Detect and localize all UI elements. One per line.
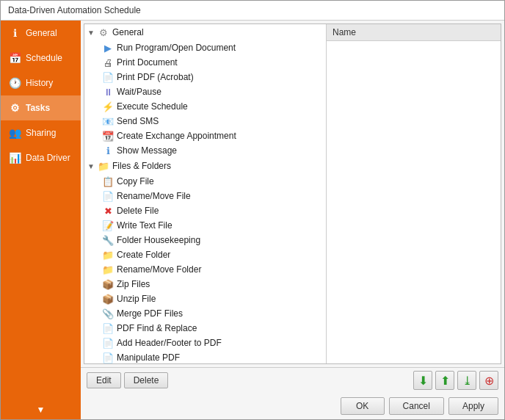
folder-house-label: Folder Housekeeping: [117, 235, 200, 245]
expand-general-arrow: ▼: [87, 29, 95, 37]
bottom-toolbar: Edit Delete ⬇ ⬆ ⤓ ⊕: [81, 367, 504, 393]
zip-icon: 📦: [102, 278, 114, 290]
sidebar-scroll-down[interactable]: ▼: [1, 400, 81, 419]
history-icon: 🕐: [8, 76, 21, 90]
sidebar-item-history[interactable]: 🕐 History: [1, 70, 81, 95]
datadriver-icon: 📊: [8, 151, 21, 164]
sidebar-spacer: [1, 170, 81, 400]
run-program-label: Run Program/Open Document: [117, 43, 236, 53]
sidebar-item-datadriver[interactable]: 📊 Data Driver: [1, 145, 81, 170]
tree-item-wait[interactable]: ⏸ Wait/Pause: [84, 84, 326, 99]
execute-label: Execute Schedule: [117, 101, 188, 112]
content-area: ℹ General 📅 Schedule 🕐 History ⚙ Tasks 👥…: [1, 21, 504, 419]
tree-item-merge-pdf[interactable]: 📎 Merge PDF Files: [84, 306, 326, 321]
show-message-label: Show Message: [117, 145, 177, 156]
unzip-icon: 📦: [102, 293, 114, 305]
sms-label: Send SMS: [117, 116, 159, 126]
merge-pdf-label: Merge PDF Files: [117, 308, 183, 319]
delete-button[interactable]: Delete: [124, 372, 169, 388]
tree-item-sms[interactable]: 📧 Send SMS: [84, 114, 326, 128]
tree-item-print-doc[interactable]: 🖨 Print Document: [84, 55, 326, 70]
tree-section-files[interactable]: ▼ 📁 Files & Folders: [84, 158, 326, 174]
add-header-label: Add Header/Footer to PDF: [117, 338, 222, 348]
run-program-icon: ▶: [102, 42, 114, 54]
rename-folder-icon: 📁: [102, 264, 114, 275]
print-doc-icon: 🖨: [102, 57, 114, 68]
tree-scroll[interactable]: ▼ ⚙ General ▶ Run Program/Open Document …: [84, 24, 326, 363]
merge-pdf-icon: 📎: [102, 308, 114, 319]
tree-item-copy[interactable]: 📋 Copy File: [84, 174, 326, 189]
download-button[interactable]: ⤓: [457, 371, 476, 390]
unzip-label: Unzip File: [117, 294, 156, 304]
right-panel: Name: [327, 24, 501, 363]
ok-button[interactable]: OK: [341, 397, 385, 415]
tree-item-pdf-find[interactable]: 📄 PDF Find & Replace: [84, 321, 326, 336]
delete-label: Delete File: [117, 206, 159, 216]
tree-item-execute[interactable]: ⚡ Execute Schedule: [84, 99, 326, 114]
manipulate-label: Manipulate PDF: [117, 352, 180, 363]
tree-item-print-pdf[interactable]: 📄 Print PDF (Acrobat): [84, 70, 326, 84]
tree-section-general[interactable]: ▼ ⚙ General: [84, 24, 326, 40]
create-folder-icon: 📁: [102, 249, 114, 261]
apply-button[interactable]: Apply: [448, 397, 498, 415]
exchange-icon: 📆: [102, 130, 114, 142]
tree-item-unzip[interactable]: 📦 Unzip File: [84, 292, 326, 306]
pdf-find-icon: 📄: [102, 322, 114, 334]
tree-item-show-message[interactable]: ℹ Show Message: [84, 143, 326, 158]
move-down-button[interactable]: ⬇: [413, 371, 432, 390]
tree-item-rename-move[interactable]: 📄 Rename/Move File: [84, 189, 326, 203]
sidebar-item-general[interactable]: ℹ General: [1, 21, 81, 46]
schedule-icon: 📅: [8, 51, 21, 65]
panels-row: ▼ ⚙ General ▶ Run Program/Open Document …: [84, 23, 501, 364]
sharing-icon: 👥: [8, 126, 21, 140]
rename-icon: 📄: [102, 190, 114, 202]
docs-button[interactable]: ⊕: [479, 371, 498, 390]
move-up-button[interactable]: ⬆: [435, 371, 454, 390]
right-panel-header: Name: [327, 24, 501, 41]
main-window: Data-Driven Automation Schedule ℹ Genera…: [0, 0, 505, 420]
tree-item-manipulate[interactable]: 📄 Manipulate PDF: [84, 350, 326, 363]
expand-files-arrow: ▼: [87, 162, 95, 170]
files-section-label: Files & Folders: [112, 161, 171, 171]
edit-button[interactable]: Edit: [87, 372, 121, 388]
sidebar-item-schedule[interactable]: 📅 Schedule: [1, 46, 81, 70]
tree-item-zip[interactable]: 📦 Zip Files: [84, 277, 326, 292]
tree-item-run-program[interactable]: ▶ Run Program/Open Document: [84, 40, 326, 55]
rename-folder-label: Rename/Move Folder: [117, 264, 201, 275]
print-pdf-label: Print PDF (Acrobat): [117, 72, 194, 82]
sidebar-item-sharing[interactable]: 👥 Sharing: [1, 120, 81, 145]
create-folder-label: Create Folder: [117, 250, 170, 260]
zip-label: Zip Files: [117, 279, 150, 289]
tree-item-add-header[interactable]: 📄 Add Header/Footer to PDF: [84, 336, 326, 350]
bottom-actions: OK Cancel Apply: [81, 393, 504, 419]
main-panel: ▼ ⚙ General ▶ Run Program/Open Document …: [81, 21, 504, 419]
tree-item-rename-folder[interactable]: 📁 Rename/Move Folder: [84, 262, 326, 277]
general-section-icon: ⚙: [98, 26, 109, 38]
tree-item-create-folder[interactable]: 📁 Create Folder: [84, 247, 326, 262]
print-pdf-icon: 📄: [102, 71, 114, 83]
tree-item-exchange[interactable]: 📆 Create Exchange Appointment: [84, 128, 326, 143]
tasks-icon: ⚙: [8, 101, 21, 115]
print-doc-label: Print Document: [117, 57, 178, 68]
cancel-button[interactable]: Cancel: [389, 397, 444, 415]
window-title: Data-Driven Automation Schedule: [8, 5, 141, 15]
folder-house-icon: 🔧: [102, 234, 114, 246]
tree-item-delete[interactable]: ✖ Delete File: [84, 203, 326, 218]
copy-icon: 📋: [102, 175, 114, 187]
write-text-label: Write Text File: [117, 220, 172, 231]
show-message-icon: ℹ: [102, 145, 114, 156]
add-header-icon: 📄: [102, 337, 114, 349]
execute-icon: ⚡: [102, 101, 114, 112]
rename-label: Rename/Move File: [117, 191, 191, 201]
copy-label: Copy File: [117, 176, 154, 187]
files-section-icon: 📁: [98, 160, 109, 172]
tree-item-write-text[interactable]: 📝 Write Text File: [84, 218, 326, 233]
tree-panel: ▼ ⚙ General ▶ Run Program/Open Document …: [84, 24, 327, 363]
pdf-find-label: PDF Find & Replace: [117, 323, 197, 333]
write-text-icon: 📝: [102, 220, 114, 231]
sidebar-item-tasks[interactable]: ⚙ Tasks: [1, 95, 81, 120]
manipulate-icon: 📄: [102, 352, 114, 363]
sms-icon: 📧: [102, 115, 114, 127]
tree-item-folder-house[interactable]: 🔧 Folder Housekeeping: [84, 233, 326, 247]
delete-icon: ✖: [102, 205, 114, 217]
